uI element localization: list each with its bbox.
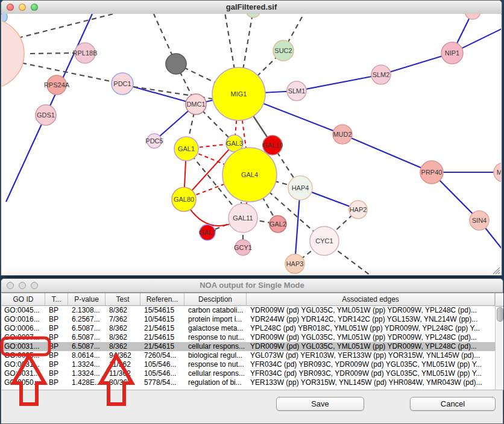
node-label: MIG1 (231, 90, 247, 98)
node-label: GAL7 (199, 229, 216, 236)
table-cell: 1.3324... (68, 360, 106, 369)
table-cell: 21/54615 (140, 324, 184, 333)
network-node[interactable] (465, 14, 480, 19)
network-node[interactable] (166, 54, 186, 74)
node-label: HAP4 (292, 184, 309, 192)
noa-window-title: NOA output for Single Mode (1, 279, 503, 292)
table-row[interactable]: GO:0065...BP8.0614...94/3627260/54...bio… (2, 351, 495, 360)
table-cell: 94/362 (106, 351, 140, 360)
node-label: MSL (497, 169, 501, 176)
network-window: galFiltered.sif RPL18BRPS24AGDS1PDC1DMC1… (1, 0, 502, 276)
close-button[interactable] (7, 4, 14, 11)
node-label: GAL11 (233, 214, 253, 222)
table-cell: BP (45, 324, 68, 333)
node-label: GAL80 (174, 196, 194, 203)
node-label: SLM2 (373, 71, 390, 78)
table-cell: BP (45, 369, 68, 378)
table-cell: 1.3324... (68, 369, 106, 378)
table-cell: cellular respons... (184, 342, 247, 351)
table-row[interactable]: GO:0050...BP1.428E...80/3625778/54...reg… (2, 378, 495, 387)
table-cell: YFR034C (pd) YBR093C, YDR009W (pd) YGL03… (247, 369, 495, 378)
network-edge (297, 75, 381, 91)
table-cell: 11/362 (106, 369, 140, 378)
table-cell: BP (45, 315, 68, 324)
traffic-lights (7, 4, 38, 11)
node-label: CYC1 (315, 237, 333, 245)
table-cell: GO:0007... (2, 333, 45, 342)
table-cell: YFR034C (pd) YBR093C, YDR009W (pd) YGL03… (247, 360, 495, 369)
noa-traffic-lights (7, 282, 38, 289)
node-label: GDS1 (37, 111, 55, 119)
network-window-title: galFiltered.sif (1, 1, 502, 14)
table-cell: 8/362 (106, 324, 140, 333)
minimize-button[interactable] (19, 4, 26, 11)
node-label: GCY1 (234, 244, 252, 251)
table-cell: GO:0050... (2, 378, 45, 387)
table-cell: 6.5087... (68, 342, 106, 351)
table-cell: carbon cataboli... (184, 306, 247, 315)
node-label: PDC1 (113, 80, 131, 87)
table-cell: response to nut... (184, 360, 247, 369)
table-row[interactable]: GO:0006...BP6.5087...8/36221/54615galact… (2, 324, 495, 333)
network-edge (6, 115, 46, 202)
table-cell: BP (45, 351, 68, 360)
minimize-button[interactable] (19, 282, 26, 289)
column-header[interactable]: P-value (68, 293, 106, 306)
network-edge (18, 14, 113, 38)
table-cell: 11/362 (106, 360, 140, 369)
table-cell: 7/362 (106, 315, 140, 324)
network-graph-svg: RPL18BRPS24AGDS1PDC1DMC1SUC2SLM1SLM2NIP1… (2, 14, 501, 275)
resize-grip-icon[interactable] (492, 266, 500, 275)
node-label: PRP40 (421, 169, 443, 176)
column-header[interactable]: Referen... (140, 293, 184, 306)
table-cell: 10/54615 (140, 315, 184, 324)
table-cell: BP (45, 360, 68, 369)
close-button[interactable] (7, 282, 14, 289)
zoom-button[interactable] (31, 4, 38, 11)
table-row[interactable]: GO:0007...BP6.5087...8/36221/54615respon… (2, 333, 495, 342)
node-label: GAL2 (269, 220, 286, 228)
table-cell: 6.2567... (68, 315, 106, 324)
scrollbar-header-corner (496, 293, 503, 307)
table-cell: GO:0016... (2, 315, 45, 324)
column-header[interactable]: Associated edges (247, 293, 495, 306)
table-cell: 15/54615 (140, 306, 184, 315)
table-cell: regulation of bi... (184, 378, 247, 387)
noa-table-header: GO IDT...P-valueTestReferen...Desciption… (2, 293, 495, 306)
cancel-button[interactable]: Cancel (410, 397, 496, 411)
table-cell: YDR009W (pd) YGL035C, YML051W (pp) YDR00… (247, 342, 495, 351)
save-button[interactable]: Save (276, 397, 364, 411)
network-titlebar: galFiltered.sif (1, 1, 502, 14)
column-header[interactable]: T... (45, 293, 68, 306)
node-label: SLM1 (288, 87, 306, 95)
column-header[interactable]: Test (106, 293, 140, 306)
noa-titlebar: NOA output for Single Mode (1, 279, 503, 293)
table-row[interactable]: GO:0031...BP6.5087...8/36221/54615cellul… (2, 342, 495, 351)
table-cell: 8/362 (106, 342, 140, 351)
column-header[interactable]: Desciption (184, 293, 247, 306)
node-label: HAP3 (286, 260, 304, 267)
table-scrollbar[interactable] (495, 293, 503, 390)
node-label: RPS24A (44, 81, 70, 89)
table-row[interactable]: GO:0031...BP1.3324...11/362105/546...cel… (2, 369, 495, 378)
network-edge (30, 53, 75, 54)
table-cell: 8/362 (106, 333, 140, 342)
network-node[interactable] (246, 14, 260, 17)
table-cell: YDR244W (pp) YDR142C, YDR142C (pp) YGL15… (247, 315, 495, 324)
table-cell: GO:0006... (2, 324, 45, 333)
scrollbar-thumb[interactable] (497, 307, 503, 322)
table-row[interactable]: GO:0016...BP6.2567...7/36210/54615protei… (2, 315, 495, 324)
node-label: PDC5 (145, 137, 163, 145)
table-cell: 105/546... (140, 369, 184, 378)
zoom-button[interactable] (31, 282, 38, 289)
table-row[interactable]: GO:0031...BP1.3324...11/362105/546...res… (2, 360, 495, 369)
table-cell: YDR009W (pd) YGL035C, YML051W (pp) YDR00… (247, 306, 495, 315)
table-row[interactable]: GO:0045...BP2.1308...8/36215/54615carbon… (2, 306, 495, 315)
network-node[interactable] (2, 19, 24, 89)
column-header[interactable]: GO ID (2, 293, 45, 306)
table-cell: galactose meta... (184, 324, 247, 333)
network-canvas[interactable]: RPL18BRPS24AGDS1PDC1DMC1SUC2SLM1SLM2NIP1… (2, 14, 501, 275)
noa-window: NOA output for Single Mode GO IDT...P-va… (1, 278, 503, 424)
table-cell: GO:0031... (2, 369, 45, 378)
node-label: SIN4 (472, 217, 487, 224)
